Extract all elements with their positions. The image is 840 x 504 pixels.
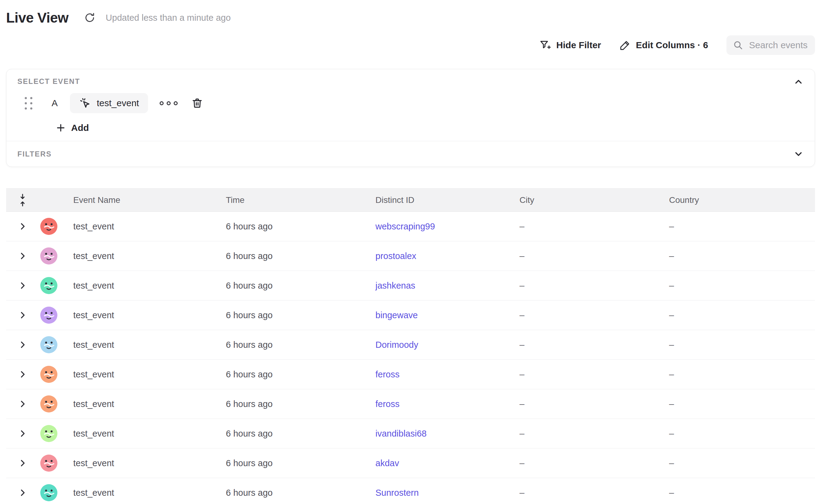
country-cell: – xyxy=(660,340,815,350)
event-name-cell: test_event xyxy=(64,251,217,261)
time-cell: 6 hours ago xyxy=(217,458,366,468)
distinct-id-link[interactable]: akdav xyxy=(375,458,399,468)
chevron-down-icon[interactable] xyxy=(793,149,804,159)
trash-icon xyxy=(191,97,203,109)
expand-row-chevron-icon[interactable] xyxy=(18,458,27,468)
table-row[interactable]: test_event6 hours agofeross–– xyxy=(6,360,815,389)
table-row[interactable]: test_event6 hours agoDorimoody–– xyxy=(6,330,815,360)
expand-row-chevron-icon[interactable] xyxy=(18,222,27,231)
search-icon xyxy=(733,40,743,51)
pencil-icon xyxy=(619,39,631,51)
distinct-id-link[interactable]: jashkenas xyxy=(375,281,416,290)
table-row[interactable]: test_event6 hours agojashkenas–– xyxy=(6,271,815,301)
more-icon xyxy=(160,101,163,105)
user-avatar xyxy=(40,218,57,235)
collapse-section-button[interactable] xyxy=(793,76,804,87)
event-name-cell: test_event xyxy=(64,310,217,320)
event-select-chip[interactable]: test_event xyxy=(70,93,148,113)
table-row[interactable]: test_event6 hours agoprostoalex–– xyxy=(6,241,815,271)
city-cell: – xyxy=(510,221,660,232)
titlebar: Live View Updated less than a minute ago xyxy=(6,8,815,27)
city-cell: – xyxy=(510,370,660,379)
expand-row-chevron-icon[interactable] xyxy=(18,281,27,290)
events-table: Event Name Time Distinct ID City Country… xyxy=(6,188,815,504)
expand-row-chevron-icon[interactable] xyxy=(18,370,27,379)
expand-row-chevron-icon[interactable] xyxy=(18,488,27,497)
event-name-cell: test_event xyxy=(64,429,217,439)
user-avatar xyxy=(40,307,57,324)
distinct-id-link[interactable]: bingewave xyxy=(375,310,418,320)
hide-filter-button[interactable]: Hide Filter xyxy=(539,39,601,51)
table-header: Event Name Time Distinct ID City Country xyxy=(6,188,815,212)
hide-filter-label: Hide Filter xyxy=(557,40,601,50)
table-row[interactable]: test_event6 hours agobingewave–– xyxy=(6,301,815,330)
distinct-id-link[interactable]: webscraping99 xyxy=(375,221,435,231)
expand-row-chevron-icon[interactable] xyxy=(18,399,27,409)
city-cell: – xyxy=(510,310,660,320)
distinct-id-link[interactable]: ivandiblasi68 xyxy=(375,429,427,438)
expand-row-chevron-icon[interactable] xyxy=(18,429,27,438)
event-name-cell: test_event xyxy=(64,399,217,409)
distinct-id-link[interactable]: feross xyxy=(375,370,400,379)
drag-handle[interactable] xyxy=(25,97,33,109)
time-cell: 6 hours ago xyxy=(217,370,366,379)
refresh-button[interactable] xyxy=(83,11,97,24)
event-name-cell: test_event xyxy=(64,281,217,291)
delete-event-button[interactable] xyxy=(191,97,203,109)
column-header-time: Time xyxy=(217,195,366,205)
page-title: Live View xyxy=(6,10,68,26)
refresh-icon xyxy=(84,12,96,24)
country-cell: – xyxy=(660,458,815,468)
column-header-distinct-id: Distinct ID xyxy=(366,195,510,205)
event-row: A test_event xyxy=(17,93,804,113)
distinct-id-link[interactable]: Dorimoody xyxy=(375,340,418,349)
country-cell: – xyxy=(660,251,815,261)
search-box[interactable] xyxy=(727,35,815,55)
more-options-button[interactable] xyxy=(160,101,178,105)
table-row[interactable]: test_event6 hours agoivandiblasi68–– xyxy=(6,419,815,449)
select-event-label: SELECT EVENT xyxy=(17,77,804,86)
table-body: test_event6 hours agowebscraping99––test… xyxy=(6,212,815,504)
table-row[interactable]: test_event6 hours agowebscraping99–– xyxy=(6,212,815,241)
event-name-cell: test_event xyxy=(64,340,217,350)
city-cell: – xyxy=(510,281,660,291)
table-row[interactable]: test_event6 hours agofeross–– xyxy=(6,389,815,419)
filters-section[interactable]: FILTERS xyxy=(6,141,815,166)
add-event-button[interactable]: Add xyxy=(55,122,89,133)
distinct-id-link[interactable]: feross xyxy=(375,399,400,409)
country-cell: – xyxy=(660,310,815,320)
user-avatar xyxy=(40,336,57,353)
expand-row-chevron-icon[interactable] xyxy=(18,340,27,349)
time-cell: 6 hours ago xyxy=(217,251,366,261)
city-cell: – xyxy=(510,488,660,498)
search-input[interactable] xyxy=(749,40,809,50)
expand-row-chevron-icon[interactable] xyxy=(18,310,27,320)
event-chip-label: test_event xyxy=(97,98,139,108)
time-cell: 6 hours ago xyxy=(217,310,366,320)
time-cell: 6 hours ago xyxy=(217,221,366,232)
table-row[interactable]: test_event6 hours agoSunrostern–– xyxy=(6,478,815,504)
time-cell: 6 hours ago xyxy=(217,281,366,291)
country-cell: – xyxy=(660,281,815,291)
chevron-up-icon xyxy=(793,76,804,87)
country-cell: – xyxy=(660,488,815,498)
event-name-cell: test_event xyxy=(64,221,217,232)
city-cell: – xyxy=(510,251,660,261)
time-cell: 6 hours ago xyxy=(217,488,366,498)
city-cell: – xyxy=(510,429,660,439)
cursor-click-icon xyxy=(79,97,91,109)
expand-row-chevron-icon[interactable] xyxy=(18,251,27,260)
filters-label: FILTERS xyxy=(17,150,52,158)
select-event-section: SELECT EVENT A xyxy=(6,69,815,141)
user-avatar xyxy=(40,366,57,383)
distinct-id-link[interactable]: Sunrostern xyxy=(375,488,419,498)
collapse-rows-button[interactable] xyxy=(6,194,34,207)
city-cell: – xyxy=(510,399,660,409)
table-row[interactable]: test_event6 hours agoakdav–– xyxy=(6,449,815,478)
city-cell: – xyxy=(510,458,660,468)
user-avatar xyxy=(40,484,57,501)
edit-columns-button[interactable]: Edit Columns · 6 xyxy=(619,39,708,51)
distinct-id-link[interactable]: prostoalex xyxy=(375,251,416,261)
time-cell: 6 hours ago xyxy=(217,399,366,409)
event-name-cell: test_event xyxy=(64,458,217,468)
